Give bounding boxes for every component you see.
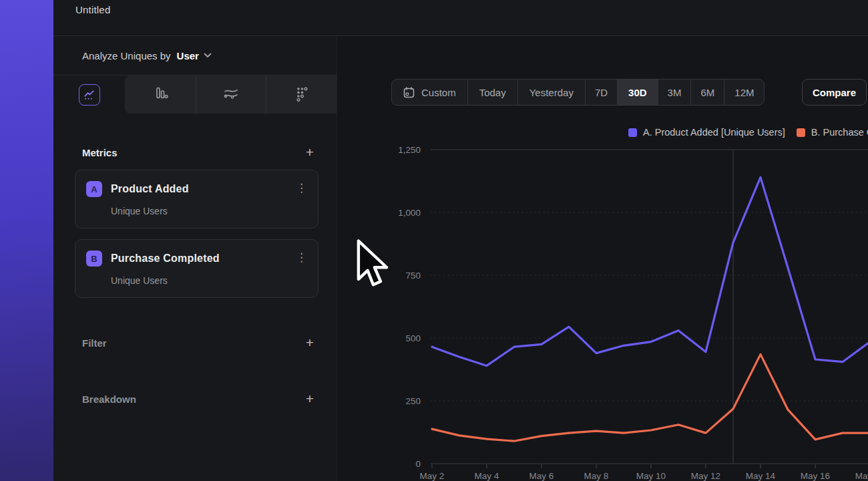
add-metric-button[interactable]: + (306, 146, 314, 159)
legend-label: A. Product Added [Unique Users] (643, 127, 785, 138)
analyze-by-label: Analyze Uniques by (82, 50, 171, 61)
flows-icon (222, 85, 240, 105)
metric-badge-b: B (86, 251, 102, 267)
range-today-button[interactable]: Today (467, 79, 517, 105)
dots-grid-icon (293, 85, 310, 105)
tab-insights-line[interactable] (53, 75, 125, 114)
app-window: Untitled Analyze Uniques by User (53, 0, 868, 481)
legend-label: B. Purchase Completed [Unique Users] (811, 127, 868, 138)
metric-title[interactable]: Product Added (111, 183, 189, 195)
range-30d-button[interactable]: 30D (617, 79, 658, 105)
tab-funnels[interactable] (125, 75, 196, 114)
range-yesterday-button[interactable]: Yesterday (517, 79, 585, 105)
bar-chart-icon (152, 85, 169, 105)
tab-flows[interactable] (196, 75, 266, 114)
legend-swatch (797, 128, 805, 137)
metric-subtitle[interactable]: Unique Users (111, 275, 307, 286)
chart-legend: A. Product Added [Unique Users] B. Purch… (628, 127, 868, 138)
add-filter-button[interactable]: + (306, 336, 314, 349)
analyze-by-value[interactable]: User (177, 50, 199, 61)
range-custom-button[interactable]: Custom (392, 79, 467, 105)
nav-gradient-rail (0, 0, 53, 481)
report-title[interactable]: Untitled (75, 4, 110, 15)
top-bar: Untitled (53, 0, 868, 36)
tab-retention[interactable] (266, 75, 337, 114)
metric-card-a[interactable]: A Product Added ⋮ Unique Users (75, 170, 318, 228)
add-breakdown-button[interactable]: + (306, 392, 314, 406)
calendar-icon (403, 87, 415, 98)
range-3m-button[interactable]: 3M (658, 79, 691, 105)
breakdown-title: Breakdown (82, 393, 136, 405)
legend-item-b[interactable]: B. Purchase Completed [Unique Users] (797, 127, 868, 138)
metric-title[interactable]: Purchase Completed (111, 253, 220, 265)
metric-subtitle[interactable]: Unique Users (111, 206, 307, 216)
range-7d-button[interactable]: 7D (585, 79, 617, 105)
kebab-menu-icon[interactable]: ⋮ (296, 182, 307, 194)
line-chart-icon (79, 84, 100, 106)
chart-type-tab-group (125, 75, 337, 114)
filter-title: Filter (82, 337, 107, 349)
filter-header: Filter + (75, 336, 318, 349)
compare-button[interactable]: Compare (802, 79, 867, 106)
query-sidebar: Analyze Uniques by User (53, 36, 337, 481)
mouse-cursor (356, 239, 391, 294)
kebab-menu-icon[interactable]: ⋮ (296, 252, 307, 263)
chart-type-tabs (53, 75, 337, 114)
analyze-by-row: Analyze Uniques by User (53, 36, 337, 75)
legend-swatch (628, 128, 637, 137)
legend-item-a[interactable]: A. Product Added [Unique Users] (628, 127, 785, 138)
range-12m-button[interactable]: 12M (724, 79, 764, 105)
breakdown-header: Breakdown + (75, 392, 318, 406)
metric-badge-a: A (86, 181, 102, 197)
metrics-title: Metrics (82, 147, 118, 158)
metric-card-b[interactable]: B Purchase Completed ⋮ Unique Users (75, 239, 318, 298)
date-range-bar: Custom Today Yesterday 7D 30D 3M 6M 12M (391, 79, 765, 106)
range-label: Custom (421, 87, 456, 98)
range-6m-button[interactable]: 6M (690, 79, 724, 105)
chevron-down-icon[interactable] (204, 53, 212, 58)
metrics-header: Metrics + (75, 146, 318, 159)
